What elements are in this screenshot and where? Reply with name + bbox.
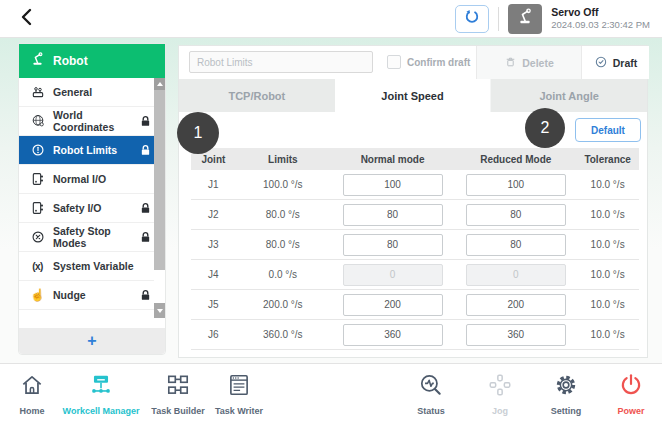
reduced-mode-input[interactable] xyxy=(466,174,566,196)
sidebar-item-world-coordinates[interactable]: World Coordinates xyxy=(19,107,165,136)
tab-tcp-robot[interactable]: TCP/Robot xyxy=(179,79,335,112)
back-button[interactable] xyxy=(12,4,42,34)
task-writer-icon xyxy=(226,372,252,402)
sidebar-item-robot-limits[interactable]: Robot Limits xyxy=(19,136,165,165)
annotation-badge-1: 1 xyxy=(177,112,219,154)
tolerance-value: 10.0 °/s xyxy=(576,209,639,220)
nudge-hand-icon: ☝ xyxy=(29,287,46,304)
lock-icon xyxy=(140,289,151,301)
reduced-mode-input[interactable] xyxy=(466,324,566,346)
default-button[interactable]: Default xyxy=(575,118,641,142)
badge-number: 2 xyxy=(541,119,550,137)
sidebar-header-robot[interactable]: Robot xyxy=(19,44,165,78)
sidebar: Robot General World Coordinates Robot Li… xyxy=(18,43,166,355)
jog-dpad-icon xyxy=(487,372,513,402)
sidebar-item-general[interactable]: General xyxy=(19,78,165,107)
draft-toolbar: Confirm draft Delete Draft xyxy=(179,46,647,79)
chevron-left-icon xyxy=(17,6,37,32)
confirm-draft-checkbox[interactable] xyxy=(387,55,401,69)
tolerance-value: 10.0 °/s xyxy=(576,239,639,250)
nav-label: Workcell Manager xyxy=(63,406,140,416)
column-header-normal-mode: Normal mode xyxy=(330,154,455,165)
sidebar-item-safety-io[interactable]: Safety I/O xyxy=(19,194,165,223)
nav-label: Status xyxy=(417,406,445,416)
lock-icon xyxy=(140,202,151,214)
draft-button[interactable]: Draft xyxy=(581,46,649,79)
normal-mode-input[interactable] xyxy=(343,234,443,256)
item-name-input[interactable] xyxy=(189,51,373,73)
normal-mode-input xyxy=(343,264,443,286)
delete-label: Delete xyxy=(522,57,554,69)
normal-mode-input[interactable] xyxy=(343,324,443,346)
nav-setting[interactable]: Setting xyxy=(537,372,595,416)
robot-arm-icon xyxy=(29,51,46,71)
nav-task-builder[interactable]: Task Builder xyxy=(146,372,210,416)
power-icon xyxy=(618,372,644,402)
scroll-down-button[interactable] xyxy=(154,303,165,318)
column-header-tolerance: Tolerance xyxy=(576,154,639,165)
lock-icon xyxy=(140,144,151,156)
bottom-nav-bar: Home Workcell Manager Task Builder Task … xyxy=(0,363,662,431)
triangle-down-icon xyxy=(157,309,163,313)
tab-joint-angle[interactable]: Joint Angle xyxy=(490,79,647,112)
trash-icon xyxy=(504,55,517,71)
table-header-row: Joint Limits Normal mode Reduced Mode To… xyxy=(191,148,639,170)
nav-power[interactable]: Power xyxy=(605,372,657,416)
nav-label: Setting xyxy=(551,406,582,416)
joint-speed-table: Joint Limits Normal mode Reduced Mode To… xyxy=(191,148,639,350)
joint-label: J3 xyxy=(191,239,236,250)
sidebar-item-system-variable[interactable]: (x) System Variable xyxy=(19,252,165,281)
gear-icon xyxy=(553,372,579,402)
tolerance-value: 10.0 °/s xyxy=(576,329,639,340)
reduced-mode-input[interactable] xyxy=(466,234,566,256)
nav-task-writer[interactable]: Task Writer xyxy=(208,372,270,416)
tolerance-value: 10.0 °/s xyxy=(576,299,639,310)
nav-label: Task Builder xyxy=(151,406,204,416)
home-icon xyxy=(19,372,45,402)
sidebar-item-label: General xyxy=(53,86,92,98)
normal-mode-input[interactable] xyxy=(343,174,443,196)
sidebar-item-nudge[interactable]: ☝ Nudge xyxy=(19,281,165,310)
nav-label: Task Writer xyxy=(215,406,263,416)
nav-label: Jog xyxy=(492,406,508,416)
reduced-mode-input[interactable] xyxy=(466,294,566,316)
joint-label: J2 xyxy=(191,209,236,220)
sidebar-item-safety-stop-modes[interactable]: Safety Stop Modes xyxy=(19,223,165,252)
servo-reset-button[interactable] xyxy=(455,5,489,33)
joint-label: J6 xyxy=(191,329,236,340)
normal-mode-input[interactable] xyxy=(343,204,443,226)
column-header-reduced-mode: Reduced Mode xyxy=(455,154,576,165)
nav-status[interactable]: Status xyxy=(402,372,460,416)
sidebar-item-label: Safety I/O xyxy=(53,202,101,214)
table-row-j6: J6 360.0 °/s 10.0 °/s xyxy=(191,320,639,350)
joint-label: J1 xyxy=(191,179,236,190)
main-panel: Confirm draft Delete Draft TCP/Robot Joi… xyxy=(178,45,648,358)
table-row-j3: J3 80.0 °/s 10.0 °/s xyxy=(191,230,639,260)
nav-label: Power xyxy=(617,406,644,416)
sidebar-item-normal-io[interactable]: Normal I/O xyxy=(19,165,165,194)
tab-joint-speed[interactable]: Joint Speed xyxy=(335,79,491,112)
annotation-badge-2: 2 xyxy=(525,108,565,148)
joint-label: J4 xyxy=(191,269,236,280)
limits-value: 80.0 °/s xyxy=(236,209,330,220)
nav-jog: Jog xyxy=(476,372,524,416)
confirm-draft-label: Confirm draft xyxy=(407,57,470,68)
triangle-up-icon xyxy=(157,82,163,86)
sidebar-scrollbar[interactable] xyxy=(154,78,165,319)
delete-button[interactable]: Delete xyxy=(476,46,581,79)
pendant-icon xyxy=(29,84,46,101)
nav-home[interactable]: Home xyxy=(6,372,58,416)
sidebar-item-label: Robot Limits xyxy=(53,144,117,156)
top-right-cluster: Servo Off 2024.09.03 2:30:42 PM xyxy=(455,4,650,34)
reduced-mode-input[interactable] xyxy=(466,204,566,226)
limits-value: 80.0 °/s xyxy=(236,239,330,250)
scroll-up-button[interactable] xyxy=(154,78,165,90)
nav-workcell-manager[interactable]: Workcell Manager xyxy=(58,372,144,416)
add-workcell-item-button[interactable]: + xyxy=(19,328,165,354)
normal-mode-input[interactable] xyxy=(343,294,443,316)
sidebar-item-label: Normal I/O xyxy=(53,173,106,185)
alert-circle-icon xyxy=(29,142,46,159)
variable-icon: (x) xyxy=(29,258,46,275)
scrollbar-thumb[interactable] xyxy=(154,90,165,270)
sidebar-header-label: Robot xyxy=(53,54,88,68)
